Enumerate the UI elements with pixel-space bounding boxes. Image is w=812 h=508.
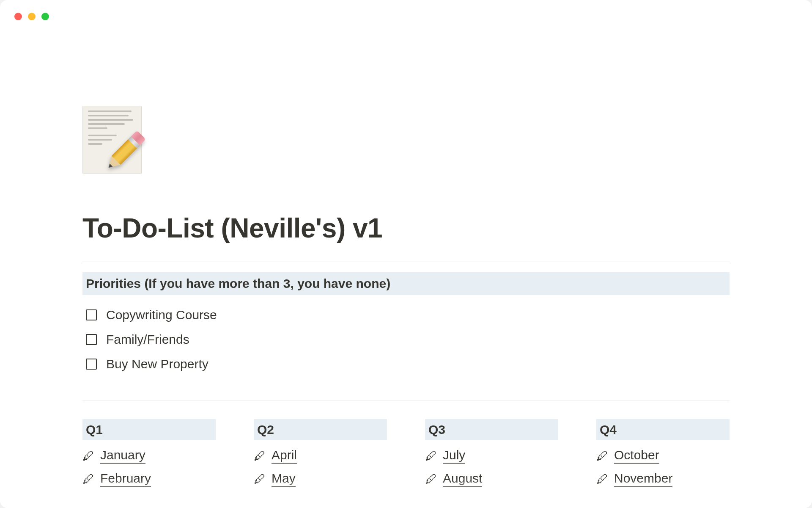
quarter-column-q3: Q3 🖊 July 🖊 August xyxy=(425,419,558,487)
month-label: February xyxy=(100,471,151,487)
month-link[interactable]: 🖊 January xyxy=(82,448,216,464)
pen-icon: 🖊 xyxy=(254,450,266,462)
quarter-column-q2: Q2 🖊 April 🖊 May xyxy=(254,419,387,487)
quarter-heading[interactable]: Q3 xyxy=(425,419,558,440)
quarter-heading[interactable]: Q2 xyxy=(254,419,387,440)
month-label: November xyxy=(614,471,672,487)
month-label: April xyxy=(272,448,297,464)
month-link[interactable]: 🖊 July xyxy=(425,448,558,464)
window-controls xyxy=(14,13,49,20)
month-label: October xyxy=(614,448,659,464)
page-title[interactable]: To-Do-List (Neville's) v1 xyxy=(82,213,730,244)
month-label: July xyxy=(443,448,465,464)
priorities-heading[interactable]: Priorities (If you have more than 3, you… xyxy=(82,272,730,295)
month-label: January xyxy=(100,448,145,464)
maximize-window-button[interactable] xyxy=(41,13,49,20)
month-label: May xyxy=(272,471,296,487)
month-label: August xyxy=(443,471,482,487)
page-content: To-Do-List (Neville's) v1 Priorities (If… xyxy=(82,106,730,487)
pen-icon: 🖊 xyxy=(425,473,437,485)
month-link[interactable]: 🖊 May xyxy=(254,471,387,487)
pen-icon: 🖊 xyxy=(596,450,608,462)
app-window: To-Do-List (Neville's) v1 Priorities (If… xyxy=(0,0,812,508)
checkbox[interactable] xyxy=(86,334,97,345)
close-window-button[interactable] xyxy=(14,13,22,20)
quarters-grid: Q1 🖊 January 🖊 February Q2 🖊 April 🖊 xyxy=(82,419,730,487)
pen-icon: 🖊 xyxy=(425,450,437,462)
todo-label: Buy New Property xyxy=(106,357,208,371)
month-link[interactable]: 🖊 February xyxy=(82,471,216,487)
pen-icon: 🖊 xyxy=(82,450,94,462)
priorities-list: Copywriting Course Family/Friends Buy Ne… xyxy=(82,303,730,376)
month-link[interactable]: 🖊 October xyxy=(596,448,730,464)
checkbox[interactable] xyxy=(86,309,97,320)
memo-pencil-icon[interactable] xyxy=(82,106,142,174)
pen-icon: 🖊 xyxy=(596,473,608,485)
divider xyxy=(82,400,730,400)
quarter-column-q1: Q1 🖊 January 🖊 February xyxy=(82,419,216,487)
todo-label: Family/Friends xyxy=(106,332,189,347)
month-link[interactable]: 🖊 November xyxy=(596,471,730,487)
todo-item[interactable]: Buy New Property xyxy=(82,352,730,376)
pen-icon: 🖊 xyxy=(82,473,94,485)
todo-label: Copywriting Course xyxy=(106,308,217,322)
checkbox[interactable] xyxy=(86,359,97,370)
minimize-window-button[interactable] xyxy=(28,13,36,20)
divider xyxy=(82,262,730,262)
todo-item[interactable]: Family/Friends xyxy=(82,327,730,352)
pen-icon: 🖊 xyxy=(254,473,266,485)
month-link[interactable]: 🖊 August xyxy=(425,471,558,487)
month-link[interactable]: 🖊 April xyxy=(254,448,387,464)
quarter-heading[interactable]: Q1 xyxy=(82,419,216,440)
todo-item[interactable]: Copywriting Course xyxy=(82,303,730,327)
quarter-heading[interactable]: Q4 xyxy=(596,419,730,440)
quarter-column-q4: Q4 🖊 October 🖊 November xyxy=(596,419,730,487)
